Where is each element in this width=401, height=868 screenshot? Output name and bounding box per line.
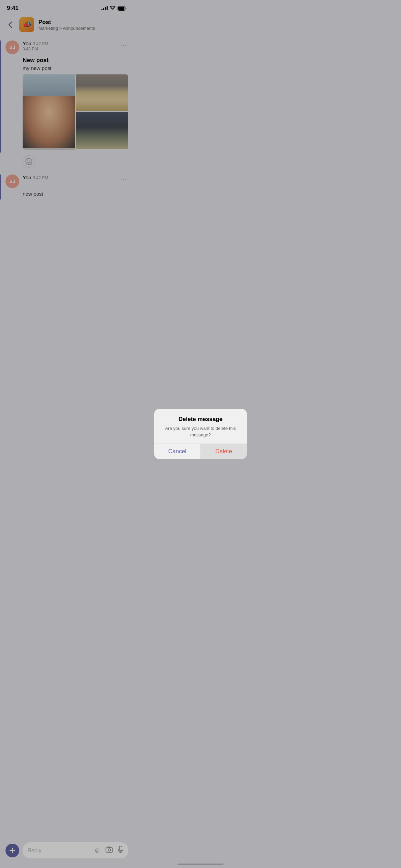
dialog-overlay: Delete message Are you sure you want to …	[0, 0, 134, 289]
